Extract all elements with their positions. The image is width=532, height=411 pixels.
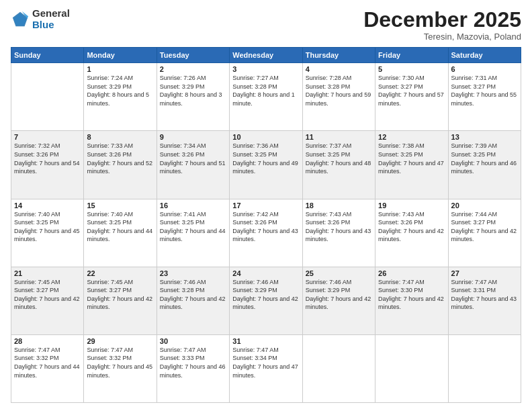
day-number: 31 <box>232 337 299 345</box>
logo-icon <box>11 10 30 29</box>
day-info: Sunrise: 7:38 AMSunset: 3:25 PMDaylight:… <box>378 142 445 175</box>
calendar-cell-w3-d5: 18Sunrise: 7:43 AMSunset: 3:26 PMDayligh… <box>302 199 375 267</box>
day-number: 29 <box>87 337 153 345</box>
calendar-cell-w4-d1: 21Sunrise: 7:45 AMSunset: 3:27 PMDayligh… <box>11 267 84 334</box>
day-info: Sunrise: 7:47 AMSunset: 3:33 PMDaylight:… <box>160 346 226 379</box>
day-info: Sunrise: 7:39 AMSunset: 3:25 PMDaylight:… <box>451 142 518 175</box>
calendar-cell-w2-d4: 10Sunrise: 7:36 AMSunset: 3:25 PMDayligh… <box>230 131 302 199</box>
day-info: Sunrise: 7:36 AMSunset: 3:25 PMDaylight:… <box>232 142 299 175</box>
header: General Blue December 2025 Teresin, Mazo… <box>11 8 521 42</box>
calendar-cell-w1-d4: 3Sunrise: 7:27 AMSunset: 3:28 PMDaylight… <box>230 63 302 131</box>
calendar-cell-w2-d7: 13Sunrise: 7:39 AMSunset: 3:25 PMDayligh… <box>448 131 521 199</box>
day-number: 20 <box>451 201 518 210</box>
calendar-cell-w1-d6: 5Sunrise: 7:30 AMSunset: 3:27 PMDaylight… <box>375 63 448 131</box>
day-info: Sunrise: 7:27 AMSunset: 3:28 PMDaylight:… <box>232 74 299 107</box>
logo-general-text: General <box>32 8 70 19</box>
day-number: 19 <box>378 201 445 210</box>
day-info: Sunrise: 7:47 AMSunset: 3:32 PMDaylight:… <box>14 346 81 379</box>
calendar-week-2: 7Sunrise: 7:32 AMSunset: 3:26 PMDaylight… <box>11 131 521 199</box>
day-info: Sunrise: 7:44 AMSunset: 3:27 PMDaylight:… <box>451 210 518 244</box>
calendar-cell-w3-d2: 15Sunrise: 7:40 AMSunset: 3:25 PMDayligh… <box>84 199 157 267</box>
day-number: 2 <box>160 65 226 73</box>
day-info: Sunrise: 7:45 AMSunset: 3:27 PMDaylight:… <box>87 278 153 312</box>
calendar-cell-w1-d3: 2Sunrise: 7:26 AMSunset: 3:29 PMDaylight… <box>157 63 229 131</box>
day-info: Sunrise: 7:40 AMSunset: 3:25 PMDaylight:… <box>87 210 153 244</box>
calendar-cell-w1-d1 <box>11 63 84 131</box>
day-number: 16 <box>160 201 226 210</box>
day-info: Sunrise: 7:31 AMSunset: 3:27 PMDaylight:… <box>451 74 518 107</box>
calendar-cell-w4-d3: 23Sunrise: 7:46 AMSunset: 3:28 PMDayligh… <box>157 267 229 334</box>
day-info: Sunrise: 7:43 AMSunset: 3:26 PMDaylight:… <box>378 210 445 244</box>
header-wednesday: Wednesday <box>230 48 302 63</box>
day-number: 27 <box>451 269 518 277</box>
calendar-week-3: 14Sunrise: 7:40 AMSunset: 3:25 PMDayligh… <box>11 199 521 267</box>
calendar-week-1: 1Sunrise: 7:24 AMSunset: 3:29 PMDaylight… <box>11 63 521 131</box>
calendar-cell-w5-d7 <box>448 334 521 402</box>
title-area: December 2025 Teresin, Mazovia, Poland <box>363 8 521 42</box>
day-number: 24 <box>232 269 299 277</box>
day-info: Sunrise: 7:32 AMSunset: 3:26 PMDaylight:… <box>14 142 81 175</box>
day-number: 17 <box>232 201 299 210</box>
day-number: 3 <box>232 65 299 73</box>
calendar-cell-w3-d4: 17Sunrise: 7:42 AMSunset: 3:26 PMDayligh… <box>230 199 302 267</box>
day-number: 15 <box>87 201 153 210</box>
day-info: Sunrise: 7:46 AMSunset: 3:29 PMDaylight:… <box>306 278 372 312</box>
page: General Blue December 2025 Teresin, Mazo… <box>0 0 532 411</box>
day-info: Sunrise: 7:45 AMSunset: 3:27 PMDaylight:… <box>14 278 81 312</box>
calendar-week-4: 21Sunrise: 7:45 AMSunset: 3:27 PMDayligh… <box>11 267 521 334</box>
day-number: 12 <box>378 133 445 141</box>
day-number: 30 <box>160 337 226 345</box>
calendar-cell-w2-d1: 7Sunrise: 7:32 AMSunset: 3:26 PMDaylight… <box>11 131 84 199</box>
day-info: Sunrise: 7:26 AMSunset: 3:29 PMDaylight:… <box>160 74 226 107</box>
day-number: 26 <box>378 269 445 277</box>
day-number: 22 <box>87 269 153 277</box>
day-number: 13 <box>451 133 518 141</box>
header-tuesday: Tuesday <box>157 48 229 63</box>
day-info: Sunrise: 7:24 AMSunset: 3:29 PMDaylight:… <box>87 74 153 107</box>
day-info: Sunrise: 7:34 AMSunset: 3:26 PMDaylight:… <box>160 142 226 175</box>
day-info: Sunrise: 7:37 AMSunset: 3:25 PMDaylight:… <box>306 142 372 175</box>
calendar-cell-w4-d6: 26Sunrise: 7:47 AMSunset: 3:30 PMDayligh… <box>375 267 448 334</box>
calendar-cell-w3-d6: 19Sunrise: 7:43 AMSunset: 3:26 PMDayligh… <box>375 199 448 267</box>
calendar-cell-w5-d3: 30Sunrise: 7:47 AMSunset: 3:33 PMDayligh… <box>157 334 229 402</box>
calendar-cell-w5-d4: 31Sunrise: 7:47 AMSunset: 3:34 PMDayligh… <box>230 334 302 402</box>
logo-text: General Blue <box>32 8 70 30</box>
day-info: Sunrise: 7:30 AMSunset: 3:27 PMDaylight:… <box>378 74 445 107</box>
calendar-cell-w1-d5: 4Sunrise: 7:28 AMSunset: 3:28 PMDaylight… <box>302 63 375 131</box>
day-info: Sunrise: 7:47 AMSunset: 3:34 PMDaylight:… <box>232 346 299 379</box>
calendar-cell-w2-d3: 9Sunrise: 7:34 AMSunset: 3:26 PMDaylight… <box>157 131 229 199</box>
calendar-cell-w1-d2: 1Sunrise: 7:24 AMSunset: 3:29 PMDaylight… <box>84 63 157 131</box>
logo: General Blue <box>11 8 70 30</box>
day-number: 28 <box>14 337 81 345</box>
day-number: 18 <box>306 201 372 210</box>
day-number: 14 <box>14 201 81 210</box>
header-monday: Monday <box>84 48 157 63</box>
day-number: 25 <box>306 269 372 277</box>
day-info: Sunrise: 7:47 AMSunset: 3:30 PMDaylight:… <box>378 278 445 312</box>
calendar-week-5: 28Sunrise: 7:47 AMSunset: 3:32 PMDayligh… <box>11 334 521 402</box>
calendar-cell-w1-d7: 6Sunrise: 7:31 AMSunset: 3:27 PMDaylight… <box>448 63 521 131</box>
header-thursday: Thursday <box>302 48 375 63</box>
calendar-cell-w3-d1: 14Sunrise: 7:40 AMSunset: 3:25 PMDayligh… <box>11 199 84 267</box>
calendar-cell-w5-d1: 28Sunrise: 7:47 AMSunset: 3:32 PMDayligh… <box>11 334 84 402</box>
calendar-table: Sunday Monday Tuesday Wednesday Thursday… <box>11 47 521 403</box>
calendar-cell-w2-d6: 12Sunrise: 7:38 AMSunset: 3:25 PMDayligh… <box>375 131 448 199</box>
day-number: 7 <box>14 133 81 141</box>
day-info: Sunrise: 7:47 AMSunset: 3:32 PMDaylight:… <box>87 346 153 379</box>
calendar-cell-w5-d5 <box>302 334 375 402</box>
day-number: 6 <box>451 65 518 73</box>
day-number: 1 <box>87 65 153 73</box>
calendar-cell-w5-d2: 29Sunrise: 7:47 AMSunset: 3:32 PMDayligh… <box>84 334 157 402</box>
day-info: Sunrise: 7:42 AMSunset: 3:26 PMDaylight:… <box>232 210 299 244</box>
calendar-cell-w5-d6 <box>375 334 448 402</box>
day-info: Sunrise: 7:46 AMSunset: 3:29 PMDaylight:… <box>232 278 299 312</box>
day-info: Sunrise: 7:28 AMSunset: 3:28 PMDaylight:… <box>306 74 372 107</box>
calendar-cell-w4-d4: 24Sunrise: 7:46 AMSunset: 3:29 PMDayligh… <box>230 267 302 334</box>
day-info: Sunrise: 7:47 AMSunset: 3:31 PMDaylight:… <box>451 278 518 312</box>
header-sunday: Sunday <box>11 48 84 63</box>
day-number: 9 <box>160 133 226 141</box>
day-info: Sunrise: 7:43 AMSunset: 3:26 PMDaylight:… <box>306 210 372 244</box>
day-number: 23 <box>160 269 226 277</box>
header-saturday: Saturday <box>448 48 521 63</box>
month-title: December 2025 <box>363 8 521 32</box>
